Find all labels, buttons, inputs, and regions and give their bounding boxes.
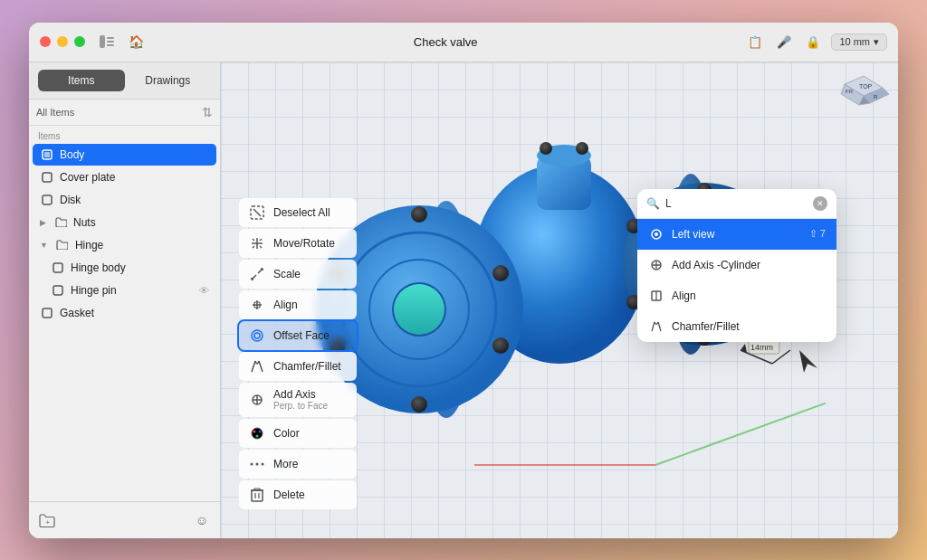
toolbar-chamfer-fillet[interactable]: Chamfer/Fillet (239, 352, 357, 381)
sidebar-item-gasket[interactable]: Gasket (33, 302, 216, 324)
context-item-left-view[interactable]: Left view ⇧ 7 (637, 219, 836, 250)
color-label: Color (273, 427, 300, 440)
copy-icon[interactable]: 📋 (744, 31, 766, 52)
toolbar-scale[interactable]: Scale (239, 260, 357, 289)
nuts-label: Nuts (73, 216, 209, 229)
sidebar-bottom: + ☺ (29, 501, 220, 538)
toolbar-color[interactable]: Color (239, 419, 357, 448)
svg-rect-6 (43, 173, 52, 182)
svg-point-19 (411, 206, 427, 223)
sidebar-item-disk[interactable]: Disk (33, 189, 216, 211)
toolbar-delete[interactable]: Delete (239, 480, 357, 509)
context-search-bar: 🔍 ✕ (637, 189, 836, 219)
toolbar-more[interactable]: More (239, 450, 357, 479)
sidebar-filter[interactable]: All Items ⇅ (29, 100, 220, 126)
toolbar-move-rotate[interactable]: Move/Rotate (239, 229, 357, 258)
clear-search-button[interactable]: ✕ (813, 196, 827, 211)
grid-size-button[interactable]: 10 mm ▾ (831, 33, 887, 51)
svg-point-38 (540, 142, 552, 155)
add-axis-label: Add Axis Perp. to Face (273, 388, 348, 412)
left-view-shortcut: ⇧ 7 (809, 228, 826, 240)
deselect-icon (248, 204, 266, 222)
cover-plate-label: Cover plate (60, 171, 209, 184)
sidebar-toggle-icon[interactable] (96, 31, 118, 52)
align-icon (248, 296, 266, 314)
body-label: Body (60, 148, 209, 161)
svg-rect-5 (44, 152, 50, 157)
toolbar-offset-face[interactable]: Offset Face (239, 321, 357, 350)
hinge-expand-arrow: ▼ (40, 241, 48, 250)
canvas-area[interactable]: 14mm ⇱ Deselect All (221, 62, 898, 538)
add-axis-cylinder-label: Add Axis -Cylinder (672, 259, 826, 271)
left-view-icon (648, 226, 664, 242)
add-axis-sublabel: Perp. to Face (273, 401, 348, 412)
svg-point-20 (411, 396, 427, 413)
more-label: More (273, 458, 298, 470)
add-axis-cylinder-icon (648, 257, 664, 273)
disk-label: Disk (60, 194, 209, 206)
hinge-pin-eye-icon[interactable]: 👁 (199, 285, 209, 296)
chamfer-menu-icon (648, 318, 664, 335)
minimize-button[interactable] (57, 36, 68, 47)
tab-items[interactable]: Items (38, 70, 125, 91)
smiley-icon[interactable]: ☺ (191, 509, 213, 531)
svg-rect-63 (252, 490, 263, 501)
toolbar-align[interactable]: Align (239, 290, 357, 319)
filter-expand-icon: ⇅ (202, 105, 213, 119)
more-icon (248, 455, 266, 473)
hinge-pin-icon (51, 283, 65, 298)
hinge-pin-label: Hinge pin (71, 284, 194, 297)
context-item-chamfer-fillet[interactable]: Chamfer/Fillet (637, 311, 836, 342)
svg-marker-42 (741, 344, 747, 353)
svg-marker-45 (799, 350, 817, 373)
add-folder-icon[interactable]: + (36, 509, 58, 531)
svg-point-60 (251, 462, 253, 465)
context-search-input[interactable] (665, 197, 808, 210)
svg-point-58 (259, 430, 262, 432)
svg-text:FR: FR (846, 89, 854, 94)
disk-icon (40, 193, 54, 207)
svg-point-39 (576, 142, 588, 155)
sidebar-item-hinge-body[interactable]: Hinge body (33, 257, 216, 279)
align-label: Align (273, 299, 298, 311)
chamfer-fillet-label: Chamfer/Fillet (273, 360, 341, 373)
sidebar-item-nuts[interactable]: ▶ Nuts (33, 212, 216, 233)
offset-face-icon (248, 327, 266, 345)
main-content: Items Drawings All Items ⇅ Items Body (29, 62, 898, 538)
lock-icon[interactable]: 🔒 (802, 31, 824, 52)
context-item-align[interactable]: Align (637, 280, 836, 311)
gasket-icon (40, 306, 54, 320)
chamfer-icon (248, 357, 266, 375)
add-axis-icon (248, 391, 266, 409)
svg-text:TOP: TOP (859, 83, 873, 90)
filter-all-items: All Items (36, 107, 202, 118)
svg-point-24 (492, 337, 509, 354)
close-button[interactable] (40, 36, 51, 47)
scale-icon (248, 265, 266, 283)
delete-icon (248, 486, 266, 504)
home-icon[interactable]: 🏠 (125, 31, 147, 52)
hinge-folder-icon (55, 238, 70, 252)
svg-point-57 (253, 430, 256, 432)
sidebar-item-body[interactable]: Body (33, 144, 216, 166)
sidebar-item-hinge[interactable]: ▼ Hinge (33, 234, 216, 256)
cube-navigator[interactable]: TOP R FR (839, 71, 889, 121)
svg-point-68 (655, 233, 658, 236)
svg-rect-3 (107, 44, 114, 46)
sidebar-item-hinge-pin[interactable]: Hinge pin 👁 (33, 280, 216, 301)
nuts-expand-arrow: ▶ (40, 218, 46, 227)
left-toolbar: Deselect All Move/Rotate Scale (239, 198, 357, 509)
context-item-add-axis-cylinder[interactable]: Add Axis -Cylinder (637, 250, 836, 280)
traffic-lights (40, 36, 85, 47)
tab-drawings[interactable]: Drawings (125, 70, 212, 91)
hinge-body-icon (51, 261, 65, 275)
fullscreen-button[interactable] (74, 36, 85, 47)
sidebar-item-cover-plate[interactable]: Cover plate (33, 166, 216, 188)
svg-point-61 (256, 462, 259, 465)
mic-icon[interactable]: 🎤 (773, 31, 795, 52)
toolbar-add-axis[interactable]: Add Axis Perp. to Face (239, 383, 357, 417)
svg-rect-1 (107, 37, 114, 39)
toolbar-deselect-all[interactable]: Deselect All (239, 198, 357, 227)
main-window: 🏠 Check valve 📋 🎤 🔒 10 mm ▾ Items Drawin… (29, 23, 898, 538)
body-icon (40, 147, 54, 162)
